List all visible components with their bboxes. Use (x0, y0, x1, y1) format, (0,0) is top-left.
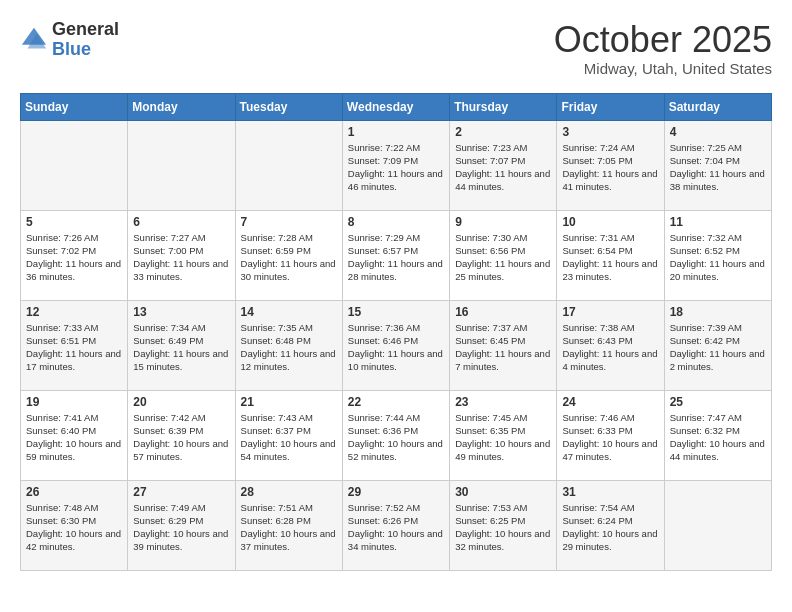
day-number: 7 (241, 215, 337, 229)
calendar-cell (128, 120, 235, 210)
day-info: Sunrise: 7:39 AM Sunset: 6:42 PM Dayligh… (670, 321, 766, 374)
day-number: 20 (133, 395, 229, 409)
day-number: 15 (348, 305, 444, 319)
day-info: Sunrise: 7:52 AM Sunset: 6:26 PM Dayligh… (348, 501, 444, 554)
day-info: Sunrise: 7:26 AM Sunset: 7:02 PM Dayligh… (26, 231, 122, 284)
calendar-cell: 24Sunrise: 7:46 AM Sunset: 6:33 PM Dayli… (557, 390, 664, 480)
day-number: 26 (26, 485, 122, 499)
day-number: 10 (562, 215, 658, 229)
day-number: 18 (670, 305, 766, 319)
day-number: 24 (562, 395, 658, 409)
calendar-cell: 9Sunrise: 7:30 AM Sunset: 6:56 PM Daylig… (450, 210, 557, 300)
day-number: 6 (133, 215, 229, 229)
day-number: 8 (348, 215, 444, 229)
calendar-cell: 28Sunrise: 7:51 AM Sunset: 6:28 PM Dayli… (235, 480, 342, 570)
calendar-cell (21, 120, 128, 210)
calendar-table: SundayMondayTuesdayWednesdayThursdayFrid… (20, 93, 772, 571)
day-info: Sunrise: 7:28 AM Sunset: 6:59 PM Dayligh… (241, 231, 337, 284)
day-info: Sunrise: 7:30 AM Sunset: 6:56 PM Dayligh… (455, 231, 551, 284)
day-number: 13 (133, 305, 229, 319)
logo: General Blue (20, 20, 119, 60)
day-number: 3 (562, 125, 658, 139)
day-number: 22 (348, 395, 444, 409)
day-number: 11 (670, 215, 766, 229)
day-number: 19 (26, 395, 122, 409)
weekday-header-sunday: Sunday (21, 93, 128, 120)
day-info: Sunrise: 7:54 AM Sunset: 6:24 PM Dayligh… (562, 501, 658, 554)
calendar-cell: 10Sunrise: 7:31 AM Sunset: 6:54 PM Dayli… (557, 210, 664, 300)
day-info: Sunrise: 7:25 AM Sunset: 7:04 PM Dayligh… (670, 141, 766, 194)
day-number: 1 (348, 125, 444, 139)
day-info: Sunrise: 7:33 AM Sunset: 6:51 PM Dayligh… (26, 321, 122, 374)
calendar-cell: 11Sunrise: 7:32 AM Sunset: 6:52 PM Dayli… (664, 210, 771, 300)
day-info: Sunrise: 7:47 AM Sunset: 6:32 PM Dayligh… (670, 411, 766, 464)
calendar-week-row: 5Sunrise: 7:26 AM Sunset: 7:02 PM Daylig… (21, 210, 772, 300)
calendar-cell: 19Sunrise: 7:41 AM Sunset: 6:40 PM Dayli… (21, 390, 128, 480)
calendar-cell: 31Sunrise: 7:54 AM Sunset: 6:24 PM Dayli… (557, 480, 664, 570)
day-info: Sunrise: 7:34 AM Sunset: 6:49 PM Dayligh… (133, 321, 229, 374)
day-info: Sunrise: 7:27 AM Sunset: 7:00 PM Dayligh… (133, 231, 229, 284)
calendar-body: 1Sunrise: 7:22 AM Sunset: 7:09 PM Daylig… (21, 120, 772, 570)
calendar-cell: 6Sunrise: 7:27 AM Sunset: 7:00 PM Daylig… (128, 210, 235, 300)
month-title: October 2025 (554, 20, 772, 60)
day-info: Sunrise: 7:35 AM Sunset: 6:48 PM Dayligh… (241, 321, 337, 374)
calendar-cell: 18Sunrise: 7:39 AM Sunset: 6:42 PM Dayli… (664, 300, 771, 390)
calendar-cell: 13Sunrise: 7:34 AM Sunset: 6:49 PM Dayli… (128, 300, 235, 390)
calendar-cell: 25Sunrise: 7:47 AM Sunset: 6:32 PM Dayli… (664, 390, 771, 480)
calendar-cell: 5Sunrise: 7:26 AM Sunset: 7:02 PM Daylig… (21, 210, 128, 300)
logo-general: General (52, 20, 119, 40)
calendar-header: SundayMondayTuesdayWednesdayThursdayFrid… (21, 93, 772, 120)
calendar-cell: 30Sunrise: 7:53 AM Sunset: 6:25 PM Dayli… (450, 480, 557, 570)
calendar-cell: 21Sunrise: 7:43 AM Sunset: 6:37 PM Dayli… (235, 390, 342, 480)
day-info: Sunrise: 7:42 AM Sunset: 6:39 PM Dayligh… (133, 411, 229, 464)
day-number: 14 (241, 305, 337, 319)
day-number: 25 (670, 395, 766, 409)
day-info: Sunrise: 7:43 AM Sunset: 6:37 PM Dayligh… (241, 411, 337, 464)
day-info: Sunrise: 7:38 AM Sunset: 6:43 PM Dayligh… (562, 321, 658, 374)
day-info: Sunrise: 7:22 AM Sunset: 7:09 PM Dayligh… (348, 141, 444, 194)
day-number: 4 (670, 125, 766, 139)
calendar-cell: 8Sunrise: 7:29 AM Sunset: 6:57 PM Daylig… (342, 210, 449, 300)
calendar-cell: 1Sunrise: 7:22 AM Sunset: 7:09 PM Daylig… (342, 120, 449, 210)
day-number: 31 (562, 485, 658, 499)
day-info: Sunrise: 7:29 AM Sunset: 6:57 PM Dayligh… (348, 231, 444, 284)
calendar-cell: 23Sunrise: 7:45 AM Sunset: 6:35 PM Dayli… (450, 390, 557, 480)
calendar-week-row: 19Sunrise: 7:41 AM Sunset: 6:40 PM Dayli… (21, 390, 772, 480)
weekday-header-tuesday: Tuesday (235, 93, 342, 120)
day-info: Sunrise: 7:31 AM Sunset: 6:54 PM Dayligh… (562, 231, 658, 284)
weekday-header-wednesday: Wednesday (342, 93, 449, 120)
day-info: Sunrise: 7:37 AM Sunset: 6:45 PM Dayligh… (455, 321, 551, 374)
day-number: 27 (133, 485, 229, 499)
day-info: Sunrise: 7:49 AM Sunset: 6:29 PM Dayligh… (133, 501, 229, 554)
day-number: 12 (26, 305, 122, 319)
calendar-week-row: 26Sunrise: 7:48 AM Sunset: 6:30 PM Dayli… (21, 480, 772, 570)
day-number: 21 (241, 395, 337, 409)
day-info: Sunrise: 7:46 AM Sunset: 6:33 PM Dayligh… (562, 411, 658, 464)
day-info: Sunrise: 7:51 AM Sunset: 6:28 PM Dayligh… (241, 501, 337, 554)
day-number: 28 (241, 485, 337, 499)
day-number: 23 (455, 395, 551, 409)
weekday-header-monday: Monday (128, 93, 235, 120)
day-number: 17 (562, 305, 658, 319)
logo-blue: Blue (52, 40, 119, 60)
calendar-cell: 3Sunrise: 7:24 AM Sunset: 7:05 PM Daylig… (557, 120, 664, 210)
page-header: General Blue October 2025 Midway, Utah, … (20, 20, 772, 77)
day-info: Sunrise: 7:44 AM Sunset: 6:36 PM Dayligh… (348, 411, 444, 464)
day-info: Sunrise: 7:36 AM Sunset: 6:46 PM Dayligh… (348, 321, 444, 374)
day-info: Sunrise: 7:41 AM Sunset: 6:40 PM Dayligh… (26, 411, 122, 464)
day-number: 29 (348, 485, 444, 499)
calendar-cell: 29Sunrise: 7:52 AM Sunset: 6:26 PM Dayli… (342, 480, 449, 570)
calendar-cell: 4Sunrise: 7:25 AM Sunset: 7:04 PM Daylig… (664, 120, 771, 210)
calendar-cell: 22Sunrise: 7:44 AM Sunset: 6:36 PM Dayli… (342, 390, 449, 480)
weekday-header-row: SundayMondayTuesdayWednesdayThursdayFrid… (21, 93, 772, 120)
calendar-cell: 2Sunrise: 7:23 AM Sunset: 7:07 PM Daylig… (450, 120, 557, 210)
title-block: October 2025 Midway, Utah, United States (554, 20, 772, 77)
calendar-cell: 26Sunrise: 7:48 AM Sunset: 6:30 PM Dayli… (21, 480, 128, 570)
day-number: 9 (455, 215, 551, 229)
day-info: Sunrise: 7:23 AM Sunset: 7:07 PM Dayligh… (455, 141, 551, 194)
calendar-cell: 7Sunrise: 7:28 AM Sunset: 6:59 PM Daylig… (235, 210, 342, 300)
day-number: 30 (455, 485, 551, 499)
day-info: Sunrise: 7:24 AM Sunset: 7:05 PM Dayligh… (562, 141, 658, 194)
logo-icon (20, 26, 48, 54)
logo-text: General Blue (52, 20, 119, 60)
